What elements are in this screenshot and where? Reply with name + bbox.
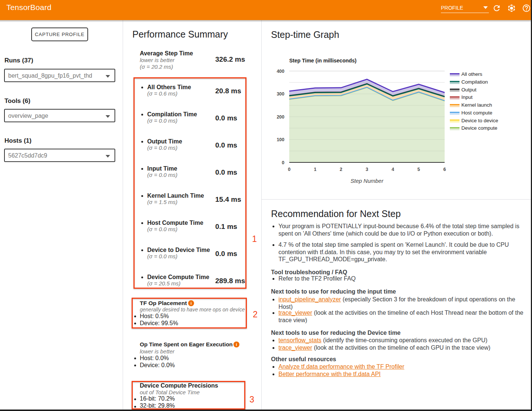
svg-text:1: 1 (314, 167, 316, 172)
svg-text:300: 300 (277, 91, 284, 97)
svg-text:Host compute: Host compute (461, 110, 492, 116)
svg-text:All others: All others (461, 71, 483, 77)
svg-text:200: 200 (277, 114, 284, 120)
svg-text:Step Number: Step Number (351, 178, 384, 184)
svg-text:400: 400 (277, 69, 284, 74)
svg-text:6: 6 (444, 167, 446, 172)
svg-text:Kernel launch: Kernel launch (461, 102, 492, 108)
svg-text:5: 5 (417, 167, 420, 172)
svg-text:3: 3 (366, 167, 368, 172)
svg-text:0: 0 (288, 167, 291, 172)
svg-text:2: 2 (340, 167, 342, 172)
svg-text:Compilation: Compilation (461, 79, 488, 85)
svg-text:Input: Input (461, 94, 473, 100)
svg-text:4: 4 (391, 167, 394, 172)
svg-text:Output: Output (461, 87, 477, 93)
svg-text:Device to device: Device to device (461, 118, 498, 123)
svg-text:100: 100 (277, 137, 284, 142)
svg-text:0: 0 (282, 160, 284, 165)
svg-text:Device compute: Device compute (461, 125, 497, 131)
svg-text:Step Time (in milliseconds): Step Time (in milliseconds) (289, 58, 357, 64)
